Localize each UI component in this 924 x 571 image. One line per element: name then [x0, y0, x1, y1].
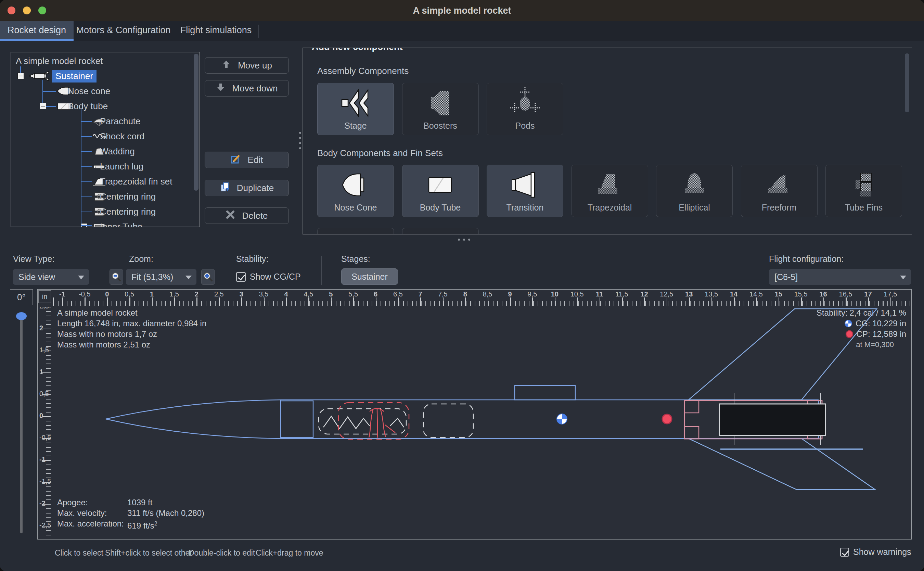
- tree-item-body-tube[interactable]: Body tube: [56, 99, 108, 114]
- nose-cone-outline[interactable]: [106, 400, 313, 438]
- h-ruler-tick-label: 6: [374, 290, 377, 298]
- show-cgcp-checkbox[interactable]: Show CG/CP: [236, 272, 301, 282]
- tree-item-inner-tube[interactable]: Inner Tube: [92, 219, 142, 227]
- component-button-pods[interactable]: Pods: [487, 83, 563, 135]
- tree-connector-line: [81, 196, 92, 197]
- show-warnings-checkbox[interactable]: Show warnings: [840, 547, 911, 557]
- component-button-body-tube[interactable]: Body Tube: [402, 165, 479, 217]
- component-button-partial[interactable]: [402, 228, 479, 235]
- tab-rocket-design[interactable]: Rocket design: [0, 21, 74, 41]
- h-ruler-tick-label: 2: [195, 290, 199, 298]
- rocket-drawing[interactable]: [51, 307, 912, 540]
- component-button-tube-fins[interactable]: Tube Fins: [825, 165, 902, 217]
- flight-config-dropdown[interactable]: [C6-5]: [769, 269, 911, 285]
- tree-item-nose-cone[interactable]: Nose cone: [56, 83, 110, 99]
- rotation-slider-track[interactable]: [20, 316, 23, 533]
- duplicate-button[interactable]: Duplicate: [205, 180, 289, 196]
- status-hint: Double-click to edit: [189, 548, 255, 558]
- v-ruler-tick-label: 1: [39, 368, 43, 376]
- tab-flight-simulations[interactable]: Flight simulations: [173, 21, 259, 41]
- pods-icon: [508, 86, 541, 121]
- rotation-angle-value: 0°: [10, 289, 33, 305]
- component-button-freeform[interactable]: Freeform: [741, 165, 818, 217]
- add-panel-scrollbar[interactable]: [905, 53, 909, 112]
- v-ruler-tick-label: -1: [39, 456, 46, 463]
- h-ruler-tick-label: -1: [59, 290, 65, 298]
- tab-bar: Rocket designMotors & ConfigurationFligh…: [0, 21, 924, 41]
- magnifier-plus-icon: [203, 272, 214, 282]
- tree-item-sustainer[interactable]: Sustainer: [28, 68, 97, 83]
- wadding-outline[interactable]: [424, 404, 473, 437]
- section-label-0: Assembly Components: [317, 66, 409, 76]
- h-ruler-tick-label: 3,5: [259, 290, 269, 298]
- h-ruler-tick-label: 0,5: [125, 290, 134, 298]
- h-ruler-tick-label: 16: [819, 290, 827, 298]
- component-button-stage[interactable]: Stage: [317, 83, 394, 135]
- h-ruler-tick-label: 11,5: [615, 290, 628, 298]
- vertical-ruler: 2,521,510,50-0,5-1-1,5-2-2,5: [38, 307, 51, 539]
- tree-root-item[interactable]: A simple model rocket: [16, 53, 103, 68]
- h-ruler-tick-label: 7: [419, 290, 422, 298]
- tree-connector-line: [81, 136, 92, 137]
- tree-item-shock-cord[interactable]: Shock cord: [92, 129, 145, 144]
- tree-item-trapezoidal-fin-set[interactable]: Trapezoidal fin set: [92, 174, 172, 189]
- tree-expander[interactable]: [40, 103, 46, 109]
- tree-item-wadding[interactable]: Wadding: [92, 144, 135, 159]
- h-ruler-tick-label: 9: [508, 290, 511, 298]
- delete-button[interactable]: Delete: [205, 207, 289, 224]
- tree-item-centering-ring[interactable]: Centering ring: [92, 189, 156, 204]
- tree-item-parachute[interactable]: Parachute: [92, 114, 141, 129]
- tab-motors-configuration[interactable]: Motors & Configuration: [74, 21, 173, 41]
- component-button-transition[interactable]: Transition: [487, 165, 563, 217]
- toolbar-separator: [321, 256, 322, 285]
- body-tube-big-icon: [424, 168, 457, 203]
- component-button-elliptical[interactable]: Elliptical: [656, 165, 733, 217]
- rotation-slider-knob[interactable]: [16, 312, 27, 320]
- shock-cord-outline[interactable]: [319, 409, 406, 434]
- tree-connector-line: [81, 109, 82, 227]
- splitter-handle-horizontal[interactable]: [458, 239, 470, 241]
- chevron-down-icon: [185, 276, 192, 279]
- checkbox-checked-icon: [840, 548, 849, 557]
- tree-connector-line: [81, 225, 92, 226]
- stage-toggle-sustainer[interactable]: Sustainer: [341, 269, 398, 285]
- zoom-in-button[interactable]: [201, 269, 215, 285]
- tree-item-centering-ring[interactable]: Centering ring: [92, 204, 156, 219]
- component-button-partial[interactable]: [317, 228, 394, 235]
- component-button-nose-cone[interactable]: Nose Cone: [317, 165, 394, 217]
- horizontal-ruler: -1-0,500,511,522,533,544,555,566,577,588…: [51, 290, 911, 307]
- move-down-button[interactable]: Move down: [205, 80, 289, 97]
- h-ruler-tick-label: 3: [240, 290, 243, 298]
- cg-marker: [557, 414, 567, 424]
- move-up-button[interactable]: Move up: [205, 57, 289, 74]
- fin-set-outline[interactable]: [688, 309, 877, 489]
- edit-pencil-icon: [231, 154, 241, 167]
- component-button-trapezoidal[interactable]: Trapezoidal: [571, 165, 648, 217]
- h-ruler-tick-label: -0,5: [79, 290, 90, 298]
- tree-item-launch-lug[interactable]: Launch lug: [92, 159, 143, 174]
- h-ruler-tick-label: 7,5: [438, 290, 448, 298]
- h-ruler-tick-label: 16,5: [839, 290, 853, 298]
- edit-button[interactable]: Edit: [205, 152, 289, 168]
- rocket-icon: [28, 71, 51, 82]
- component-button-boosters[interactable]: Boosters: [402, 83, 479, 135]
- delete-x-icon: [225, 210, 235, 222]
- chevron-down-icon: [900, 276, 906, 279]
- h-ruler-tick-label: 6,5: [393, 290, 403, 298]
- view-type-dropdown[interactable]: Side view: [13, 269, 89, 285]
- v-ruler-tick-label: 2: [39, 324, 43, 332]
- h-ruler-tick-label: 0: [105, 290, 109, 298]
- v-ruler-tick-label: -2: [39, 500, 46, 507]
- splitter-handle-vertical[interactable]: [299, 132, 301, 149]
- tree-expander[interactable]: [17, 73, 24, 79]
- motor-outline[interactable]: [719, 404, 825, 435]
- h-ruler-tick-label: 12: [640, 290, 648, 298]
- tree-scrollbar[interactable]: [194, 54, 199, 191]
- launch-lug-outline[interactable]: [515, 386, 575, 400]
- h-ruler-tick-label: 4,5: [303, 290, 313, 298]
- zoom-out-button[interactable]: [109, 269, 123, 285]
- rocket-figure-panel[interactable]: in -1-0,500,511,522,533,544,555,566,577,…: [37, 289, 912, 540]
- zoom-dropdown[interactable]: Fit (51,3%): [126, 269, 196, 285]
- h-ruler-tick-label: 5,5: [348, 290, 358, 298]
- component-tree-panel[interactable]: A simple model rocketSustainerNose coneB…: [11, 52, 200, 227]
